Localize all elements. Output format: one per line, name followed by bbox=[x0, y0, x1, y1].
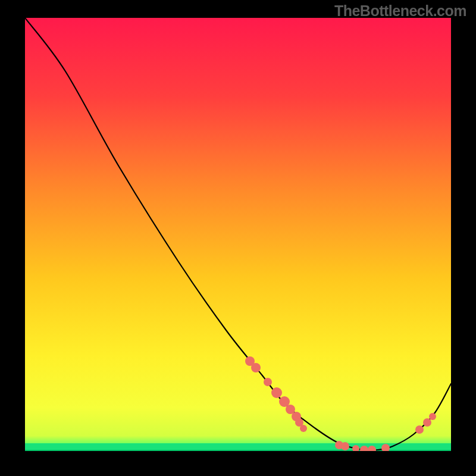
data-marker bbox=[368, 446, 376, 454]
data-marker bbox=[300, 425, 307, 432]
data-marker bbox=[352, 445, 359, 452]
bottleneck-chart bbox=[0, 0, 476, 476]
data-marker bbox=[423, 418, 431, 427]
data-marker bbox=[429, 413, 436, 420]
data-marker bbox=[415, 425, 424, 434]
plot-background bbox=[25, 18, 451, 451]
watermark-text: TheBottleneck.com bbox=[334, 2, 466, 20]
data-marker bbox=[251, 363, 261, 372]
data-marker bbox=[271, 387, 282, 398]
data-marker bbox=[381, 444, 390, 452]
data-marker bbox=[264, 378, 272, 386]
chart-container: TheBottleneck.com bbox=[0, 0, 476, 476]
data-marker bbox=[360, 446, 368, 454]
data-marker bbox=[341, 442, 349, 450]
